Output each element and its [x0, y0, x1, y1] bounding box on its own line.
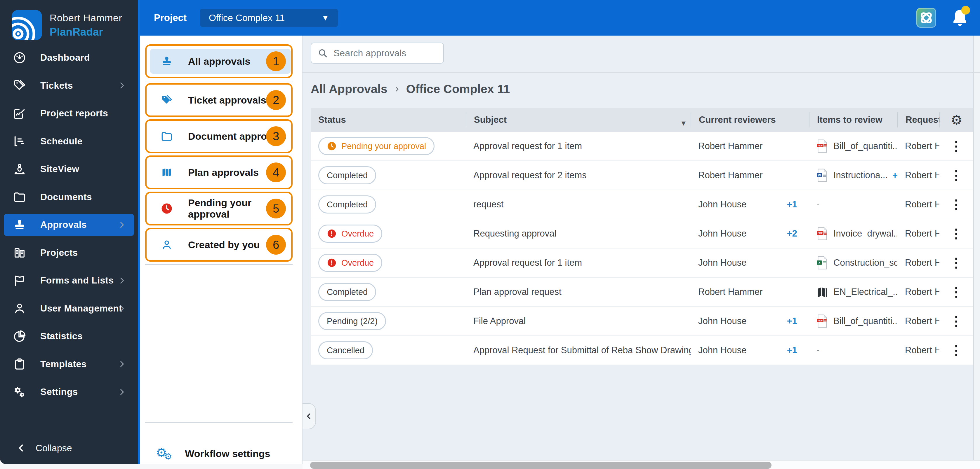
sidebar-item-documents[interactable]: Documents — [0, 183, 138, 211]
annotation-mark-number: 3 — [266, 126, 286, 146]
annotation-mark-number: 5 — [266, 199, 286, 219]
stamp-icon — [161, 55, 173, 67]
item-name[interactable]: Construction_sc... — [834, 258, 897, 268]
item-name[interactable]: Invoice_drywal... — [834, 228, 897, 239]
connect-app-icon[interactable] — [916, 8, 936, 28]
sidebar-item-templates[interactable]: Templates — [0, 350, 138, 378]
table-row[interactable]: CompletedApproval request for 2 itemsRob… — [311, 161, 973, 190]
tickets-icon — [13, 79, 26, 92]
subject-cell: Approval request for 2 items — [466, 170, 690, 181]
status-badge: Completed — [318, 283, 376, 301]
item-name[interactable]: EN_Electrical_... — [834, 287, 897, 297]
reviewers-cell: Robert Hammer — [690, 287, 809, 297]
status-label: Overdue — [341, 229, 374, 239]
table-row[interactable]: CompletedrequestJohn House+1-Robert Ha⋮ — [311, 190, 973, 219]
chevron-right-icon — [118, 388, 126, 396]
status-label: Completed — [327, 171, 368, 180]
subject-cell: request — [466, 199, 690, 210]
notifications-button[interactable] — [951, 8, 968, 27]
sidebar-item-label: Settings — [40, 387, 78, 397]
project-select[interactable]: Office Complex 11 ▼ — [200, 9, 338, 27]
sidebar-item-siteview[interactable]: SiteView — [0, 155, 138, 183]
account-block[interactable]: Robert Hammer PlanRadar — [12, 10, 122, 40]
row-menu-button[interactable]: ⋮ — [950, 344, 963, 357]
pie-icon — [13, 330, 26, 343]
annotation-mark-box: Pending your approval5 — [145, 192, 293, 225]
reviewer-extra-count[interactable]: +1 — [787, 316, 797, 326]
sidebar-item-label: Approvals — [40, 219, 87, 230]
table-row[interactable]: Pending (2/2)File ApprovalJohn House+1PD… — [311, 307, 973, 336]
filter-label: Created by you — [188, 239, 260, 250]
filter-label: All approvals — [188, 56, 251, 67]
row-menu-button[interactable]: ⋮ — [950, 257, 963, 269]
column-settings-button[interactable]: ⚙ — [939, 112, 973, 127]
sidebar-item-label: Dashboard — [40, 52, 90, 63]
panel-collapse-tab[interactable] — [302, 403, 316, 429]
sidebar-item-tickets[interactable]: Tickets — [0, 72, 138, 100]
item-name[interactable]: Bill_of_quantiti... — [834, 316, 897, 326]
items-cell: PDFBill_of_quantiti... — [809, 139, 897, 153]
column-header-requester[interactable]: Requester — [897, 112, 939, 127]
table-row[interactable]: CompletedPlan approval requestRobert Ham… — [311, 278, 973, 307]
sidebar-item-project-reports[interactable]: Project reports — [0, 100, 138, 127]
sidebar-item-schedule[interactable]: Schedule — [0, 127, 138, 155]
breadcrumb-all-approvals[interactable]: All Approvals — [311, 82, 388, 96]
workflow-settings-button[interactable]: ⚙⚙Workflow settings — [145, 440, 293, 467]
buildings-icon — [13, 246, 26, 259]
horizontal-scrollbar-thumb[interactable] — [310, 462, 772, 469]
sidebar-item-forms-and-lists[interactable]: Forms and Lists — [0, 266, 138, 295]
search-input[interactable] — [334, 48, 436, 59]
person-icon — [13, 302, 26, 315]
annotation-mark-number: 2 — [266, 90, 286, 110]
reviewer-extra-count[interactable]: +1 — [787, 345, 797, 355]
topbar: Project Office Complex 11 ▼ — [140, 0, 980, 36]
reviewer-extra-count[interactable]: +1 — [787, 199, 797, 210]
sort-caret-icon[interactable]: ▾ — [682, 115, 686, 127]
chevron-left-icon — [17, 444, 26, 452]
row-menu-button[interactable]: ⋮ — [950, 227, 963, 240]
annotation-mark-number: 4 — [266, 162, 286, 182]
item-extra-count[interactable]: +1 — [892, 170, 897, 181]
reviewer-name: Robert Hammer — [698, 170, 763, 181]
table-row[interactable]: Pending your approvalApproval request fo… — [311, 132, 973, 161]
sidebar-item-statistics[interactable]: Statistics — [0, 322, 138, 350]
subject-cell: Requesting approval — [466, 228, 690, 239]
table-row[interactable]: CancelledApproval Request for Submittal … — [311, 336, 973, 365]
status-badge: Pending (2/2) — [318, 312, 386, 330]
sidebar-item-user-management[interactable]: User Management — [0, 295, 138, 323]
column-header-current-reviewers[interactable]: Current reviewers — [690, 112, 809, 127]
reviewer-name: Robert Hammer — [698, 141, 763, 151]
chevron-right-icon — [394, 85, 400, 93]
sidebar-collapse-button[interactable]: Collapse — [0, 438, 138, 458]
sidebar-item-settings[interactable]: Settings — [0, 378, 138, 406]
reviewers-cell: Robert Hammer — [690, 170, 809, 181]
item-name[interactable]: Instructiona... — [834, 170, 888, 181]
column-header-items-to-review[interactable]: Items to review — [809, 112, 897, 127]
row-menu-button[interactable]: ⋮ — [950, 140, 963, 152]
table-row[interactable]: OverdueRequesting approvalJohn House+2PD… — [311, 219, 973, 249]
sidebar-item-label: Forms and Lists — [40, 275, 114, 286]
row-menu-button[interactable]: ⋮ — [950, 198, 963, 211]
reviewer-extra-count[interactable]: +2 — [787, 228, 797, 239]
clock-icon — [161, 203, 173, 215]
annotation-mark-box: Plan approvals4 — [145, 155, 293, 189]
sidebar-item-dashboard[interactable]: Dashboard — [0, 44, 138, 72]
table-row[interactable]: OverdueApproval request for 1 itemJohn H… — [311, 249, 973, 278]
vertical-scroll-gutter[interactable] — [973, 36, 980, 460]
items-cell: - — [809, 199, 897, 210]
sidebar-item-approvals[interactable]: Approvals — [0, 211, 138, 239]
map-icon — [161, 166, 173, 179]
reviewers-cell: John House+1 — [690, 199, 809, 210]
column-header-subject[interactable]: Subject▾ — [466, 112, 690, 127]
row-menu-button[interactable]: ⋮ — [950, 315, 963, 328]
item-name[interactable]: Bill_of_quantiti... — [834, 141, 897, 151]
requester-cell: Robert Ha — [897, 287, 939, 297]
chevron-right-icon — [118, 360, 126, 368]
column-header-status[interactable]: Status — [311, 112, 466, 127]
sidebar-item-projects[interactable]: Projects — [0, 239, 138, 267]
sidebar-item-label: Tickets — [40, 80, 73, 91]
row-menu-button[interactable]: ⋮ — [950, 169, 963, 182]
workflow-settings-label: Workflow settings — [185, 448, 270, 459]
status-label: Completed — [327, 287, 368, 297]
row-menu-button[interactable]: ⋮ — [950, 285, 963, 298]
